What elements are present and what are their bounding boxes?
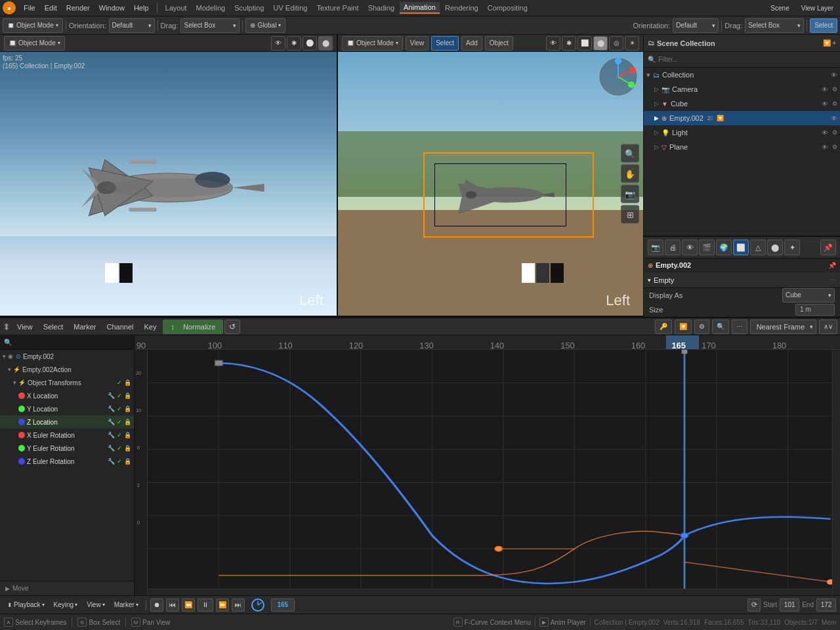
vp-mode-selector-r[interactable]: 🔲 Object Mode ▾ [342,36,403,51]
orientation-dropdown[interactable]: Default [109,18,155,33]
anim-collapse[interactable]: ⬍ [3,322,10,332]
prop-pin[interactable]: 📌 [820,240,836,255]
anim-filter-btn[interactable]: 🔍 [712,320,729,334]
eye-light[interactable]: 👁 [822,129,828,136]
vp-overlay-r[interactable]: 👁 [546,36,560,51]
graph-content[interactable] [148,350,840,595]
outline-item-light[interactable]: ▷ 💡 Light 👁 ⚙ [644,125,840,140]
anim-channel[interactable]: Channel [102,322,137,331]
ws-compositing[interactable]: Compositing [484,3,532,13]
ws-rendering[interactable]: Rendering [441,3,482,13]
channel-search-input[interactable] [14,339,130,346]
menu-render[interactable]: Render [62,3,94,13]
ch-empty002[interactable]: ▾ ◉ ⊙ Empty.002 [0,350,134,363]
prop-icon-world[interactable]: 🌍 [716,240,732,255]
prop-icon-view[interactable]: 👁 [682,240,698,255]
axes-gizmo[interactable]: X Y Z [598,57,638,96]
outline-add[interactable]: + [832,39,836,47]
vp-add-btn[interactable]: Add [461,36,482,51]
anim-select-menu[interactable]: Select [39,322,68,331]
orientation-dropdown-r[interactable]: Default [673,18,719,33]
outline-item-cube[interactable]: ▷ ▼ Cube 👁 ⚙ [644,96,840,111]
current-frame-input[interactable]: 165 [271,598,295,612]
transform-pivot[interactable]: ⊕ Global ▾ [245,18,285,33]
sync-btn[interactable]: ⟳ [747,598,761,612]
vp-mode-selector-l[interactable]: 🔲 Object Mode ▾ [4,36,65,51]
marker-menu[interactable]: Marker ▾ [111,600,142,609]
btn-prev[interactable]: ⏪ [182,598,195,612]
outline-filter[interactable]: 🔽 [823,39,831,47]
ch-empty002action[interactable]: ▾ ⚡ Empty.002Action [0,363,134,376]
anim-extra-btn[interactable]: ⋯ [732,320,747,334]
menu-file[interactable]: File [20,3,39,13]
end-value[interactable]: 172 [816,598,836,612]
ws-texture[interactable]: Texture Paint [312,3,362,13]
anim-key-filter[interactable]: 🔽 [675,320,692,334]
ch-x-rot[interactable]: X Euler Rotation 🔧 ✓ 🔒 [0,429,134,442]
mode-selector[interactable]: 🔲 Object Mode ▾ [3,18,63,33]
anim-key[interactable]: Key [140,322,160,331]
vp-zoom-btn[interactable]: 🔍 [621,144,639,163]
drag-dropdown[interactable]: Select Box [180,18,240,33]
normalize-btn[interactable]: ↕ Normalize [163,320,223,334]
ch-x-loc[interactable]: X Location 🔧 ✓ 🔒 [0,389,134,402]
scroll-right[interactable] [832,350,840,595]
scene-selector[interactable]: Scene [766,3,793,13]
outline-item-plane[interactable]: ▷ ▽ Plane 👁 ⚙ [644,140,840,154]
vp-shading2-l[interactable]: ⬤ [318,36,333,51]
start-value[interactable]: 101 [780,598,799,612]
anim-view[interactable]: View [13,322,37,331]
snap-btn[interactable]: ↺ [224,320,240,334]
btn-pause[interactable]: ⏸ [198,598,213,612]
vp-gizmo-r[interactable]: ✱ [562,36,576,51]
vp-grid-btn[interactable]: ⊞ [621,205,639,224]
eye-plane[interactable]: 👁 [822,144,828,151]
size-value[interactable]: 1 m [795,304,835,316]
eye-empty002[interactable]: 👁 [831,115,837,122]
vp-shading-wire[interactable]: ⬜ [578,36,592,51]
anim-marker[interactable]: Marker [70,322,100,331]
outline-item-collection[interactable]: ▾ 🗂 Collection 👁 [644,68,840,82]
view-layer-selector[interactable]: View Layer [797,3,837,13]
ws-layout[interactable]: Layout [161,3,191,13]
vp-shading-mat[interactable]: ◎ [609,36,623,51]
outline-item-camera[interactable]: ▷ 📷 Camera 👁 ⚙ [644,82,840,96]
btn-last[interactable]: ⏭ [232,598,245,612]
prop-icon-render[interactable]: 📷 [648,240,663,255]
prop-icon-output[interactable]: 🖨 [665,240,681,255]
btn-record[interactable]: ⏺ [150,598,163,612]
btn-next[interactable]: ⏩ [216,598,229,612]
prop-icon-mesh[interactable]: △ [750,240,766,255]
ch-obj-transform[interactable]: ▾ ⚡ Object Transforms ✓ 🔒 [0,376,134,389]
select-button[interactable]: Select [810,18,837,33]
anim-sync[interactable]: ⚙ [694,320,709,334]
ch-y-loc[interactable]: Y Location 🔧 ✓ 🔒 [0,402,134,415]
vp-select-btn[interactable]: Select [431,36,459,51]
ws-shading[interactable]: Shading [364,3,398,13]
eye-cube[interactable]: 👁 [822,100,828,108]
anim-mode-btn[interactable]: ∧∨ [819,320,837,334]
menu-window[interactable]: Window [95,3,129,13]
ch-z-rot[interactable]: Z Euler Rotation 🔧 ✓ 🔒 [0,455,134,468]
ws-sculpting[interactable]: Sculpting [230,3,268,13]
view-menu[interactable]: View ▾ [83,600,108,609]
btn-first[interactable]: ⏮ [166,598,179,612]
outline-search-input[interactable] [658,56,836,63]
menu-edit[interactable]: Edit [41,3,61,13]
menu-help[interactable]: Help [130,3,153,13]
eye-collection[interactable]: 👁 [831,72,837,79]
display-as-dropdown[interactable]: Cube [782,288,835,303]
ws-modeling[interactable]: Modeling [192,3,230,13]
ch-z-loc[interactable]: Z Location 🔧 ✓ 🔒 [0,415,134,429]
drag-dropdown-r[interactable]: Select Box [745,18,804,33]
prop-icon-particles[interactable]: ✦ [784,240,800,255]
vp-overlay-l[interactable]: 👁 [271,36,285,51]
keying-menu[interactable]: Keying ▾ [51,600,81,609]
vp-pan-btn[interactable]: ✋ [621,165,639,183]
ws-animation[interactable]: Animation [400,2,440,14]
prop-icon-object[interactable]: ⬜ [733,240,749,255]
ch-y-rot[interactable]: Y Euler Rotation 🔧 ✓ 🔒 [0,442,134,455]
playback-menu[interactable]: ⬍ Playback ▾ [4,600,48,609]
prop-icon-scene[interactable]: 🎬 [699,240,715,255]
vp-camera-btn[interactable]: 📷 [621,185,639,203]
